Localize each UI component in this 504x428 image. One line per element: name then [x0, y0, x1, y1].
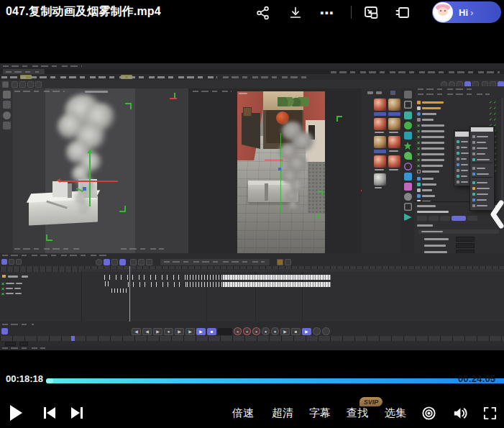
material-thumbnail: [374, 136, 386, 148]
app-titlebar: [0, 63, 504, 69]
total-duration: 00:24:05: [458, 373, 495, 384]
object-create-strip: [400, 88, 415, 253]
previous-button[interactable]: [42, 405, 58, 424]
transport-controls[interactable]: ◀◀▶● ▶▶▶■ ●●● ●●▶■ ▶: [132, 327, 330, 335]
avatar-greeting: Hi: [459, 7, 468, 18]
material-thumbnail: [374, 118, 386, 130]
avatar: [433, 2, 453, 22]
subtitle-button[interactable]: 字幕: [309, 406, 331, 420]
video-content[interactable]: ◀◀▶● ▶▶▶■ ●●● ●●▶■ ▶: [0, 43, 504, 363]
material-thumbnail-gray: [374, 173, 386, 186]
character-icon: [404, 132, 412, 140]
context-menu-large: [470, 127, 494, 210]
app-menubar: [0, 74, 504, 80]
download-icon[interactable]: [285, 3, 306, 23]
svip-badge: SVIP: [359, 397, 382, 406]
cube-tool-icon: [404, 101, 412, 109]
video-player: 047.复制动画及烟雾制作.mp4 ⋯ Hi ›: [0, 0, 504, 428]
context-menu-small: [454, 131, 469, 186]
mograph-icon: [404, 183, 412, 191]
generator-icon: [404, 122, 412, 129]
keyframe-track: [128, 282, 187, 287]
progress-bar[interactable]: [46, 378, 504, 383]
timeline-playhead[interactable]: [129, 266, 130, 322]
material-thumbnail: [374, 155, 386, 168]
timeline-dopesheet: ◀◀▶● ▶▶▶■ ●●● ●●▶■ ▶: [0, 253, 504, 350]
scene-icon: [404, 173, 412, 181]
play-button[interactable]: [10, 405, 22, 421]
episodes-button[interactable]: 选集: [385, 406, 406, 420]
collapse-chevron-icon[interactable]: [490, 200, 504, 229]
next-button[interactable]: [69, 405, 85, 424]
tool-icon: [404, 91, 412, 99]
quality-button[interactable]: 超清: [272, 406, 293, 420]
viewport-perspective: [13, 88, 188, 253]
keyframe-track: [111, 288, 127, 293]
keyframe-track: [104, 275, 187, 280]
environment-icon: [404, 193, 412, 201]
video-title: 047.复制动画及烟雾制作.mp4: [6, 4, 161, 19]
left-tool-column: [0, 88, 13, 253]
current-time: 00:18:18: [6, 373, 43, 384]
attributes-tab-selected: [452, 216, 466, 221]
gizmo-x-axis: [59, 181, 118, 182]
user-avatar-pill[interactable]: Hi ›: [432, 1, 501, 23]
viewport-camera-photo: [237, 91, 325, 253]
material-thumbnail: [388, 118, 400, 130]
picture-in-picture-icon[interactable]: [361, 3, 381, 23]
more-icon[interactable]: ⋯: [317, 3, 337, 23]
gizmo-y-axis: [89, 152, 91, 206]
record-icon[interactable]: [421, 406, 436, 424]
toolbar-divider: [351, 6, 352, 19]
volume-builder-icon: [404, 111, 412, 119]
progress-cap: [46, 378, 53, 383]
material-thumbnail: [374, 99, 386, 111]
volume-icon[interactable]: [452, 405, 468, 424]
deformer-icon: [404, 152, 412, 160]
field-star-icon: [404, 142, 412, 150]
c4d-application-frame: ◀◀▶● ▶▶▶■ ●●● ●●▶■ ▶: [0, 63, 504, 350]
find-button[interactable]: 查找: [347, 406, 368, 420]
material-thumbnail: [388, 155, 400, 168]
material-thumbnail: [388, 99, 400, 111]
materials-panel: [362, 88, 400, 253]
mini-player-icon[interactable]: [393, 3, 413, 23]
playback-speed-button[interactable]: 倍速: [232, 406, 254, 420]
chevron-right-icon: ›: [470, 7, 473, 18]
floor-icon: [404, 203, 412, 211]
material-thumbnail: [388, 136, 400, 148]
frame-playhead-marker[interactable]: [71, 336, 75, 341]
fullscreen-icon[interactable]: [483, 406, 497, 423]
camera-icon: [404, 213, 412, 221]
right-menus: [331, 71, 500, 73]
smoke-simulation: [13, 88, 188, 253]
share-icon[interactable]: [253, 3, 273, 23]
spline-icon: [404, 163, 412, 170]
